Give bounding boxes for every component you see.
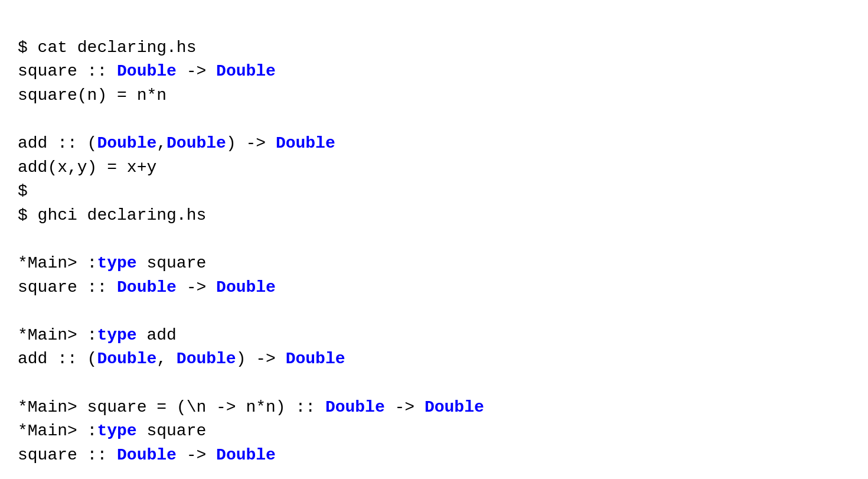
- normal-text: *Main> square = (\n -> n*n) ::: [18, 398, 325, 416]
- code-line: add :: (Double, Double) -> Double: [18, 347, 850, 372]
- keyword-text: Double: [117, 278, 177, 296]
- code-line: square :: Double -> Double: [18, 60, 850, 84]
- code-line: add(x,y) = x+y: [18, 156, 850, 180]
- normal-text: $: [18, 182, 28, 200]
- normal-text: ->: [385, 398, 425, 416]
- normal-text: square ::: [18, 446, 117, 464]
- keyword-text: Double: [216, 446, 276, 464]
- normal-text: add :: (: [18, 350, 97, 368]
- keyword-text: Double: [117, 446, 177, 464]
- normal-text: add: [137, 326, 177, 344]
- code-line: add :: (Double,Double) -> Double: [18, 132, 850, 156]
- normal-text: ->: [177, 278, 216, 296]
- keyword-text: type: [97, 254, 136, 272]
- keyword-text: Double: [177, 350, 236, 368]
- code-line: $: [18, 180, 850, 204]
- keyword-text: Double: [167, 134, 226, 152]
- normal-text: add :: (: [18, 134, 97, 152]
- normal-text: square ::: [18, 62, 117, 80]
- code-line: *Main> :type add: [18, 324, 850, 348]
- empty-line: [18, 227, 850, 252]
- code-line: *Main> :type square: [18, 419, 850, 444]
- normal-text: square(n) = n*n: [18, 86, 167, 105]
- empty-line: [18, 299, 850, 324]
- normal-text: square: [137, 422, 207, 440]
- code-line: $ ghci declaring.hs: [18, 204, 850, 228]
- empty-line: [18, 107, 850, 132]
- empty-line: [18, 372, 850, 396]
- normal-text: $ ghci declaring.hs: [18, 206, 206, 224]
- code-line: *Main> square = (\n -> n*n) :: Double ->…: [18, 396, 850, 420]
- keyword-text: type: [97, 326, 136, 344]
- normal-text: *Main> :: [18, 254, 97, 272]
- normal-text: ,: [156, 134, 167, 152]
- keyword-text: Double: [216, 278, 276, 296]
- normal-text: square ::: [18, 278, 117, 296]
- code-line: square :: Double -> Double: [18, 444, 850, 468]
- normal-text: ->: [177, 446, 216, 464]
- code-line: $ cat declaring.hs: [18, 36, 850, 60]
- normal-text: add(x,y) = x+y: [18, 158, 156, 177]
- normal-text: $ cat declaring.hs: [18, 38, 196, 57]
- normal-text: square: [137, 254, 207, 272]
- normal-text: *Main> :: [18, 422, 97, 440]
- code-line: square :: Double -> Double: [18, 276, 850, 300]
- code-line: *Main> :type square: [18, 252, 850, 276]
- terminal-output: $ cat declaring.hs square :: Double -> D…: [18, 12, 850, 479]
- normal-text: *Main> :: [18, 326, 97, 344]
- normal-text: ,: [156, 350, 177, 368]
- keyword-text: Double: [216, 62, 276, 80]
- keyword-text: Double: [286, 350, 345, 368]
- keyword-text: Double: [325, 398, 385, 416]
- empty-line: [18, 467, 850, 479]
- normal-text: ) ->: [226, 134, 276, 152]
- keyword-text: Double: [97, 134, 156, 152]
- keyword-text: Double: [117, 62, 177, 80]
- keyword-text: Double: [276, 134, 335, 152]
- normal-text: ->: [177, 62, 216, 80]
- normal-text: ) ->: [236, 350, 286, 368]
- keyword-text: Double: [425, 398, 484, 416]
- code-line: square(n) = n*n: [18, 84, 850, 108]
- keyword-text: Double: [97, 350, 156, 368]
- keyword-text: type: [97, 422, 136, 440]
